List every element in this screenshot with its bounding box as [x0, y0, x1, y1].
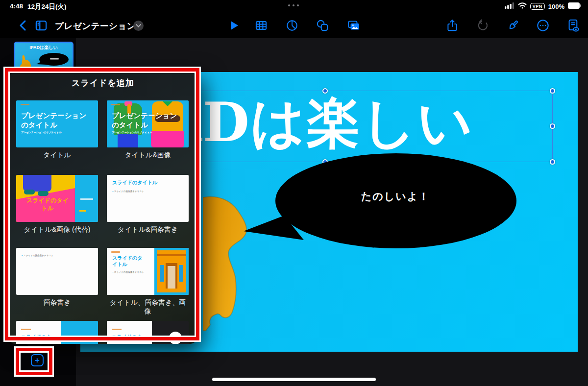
selection-handle-top[interactable]: [322, 88, 328, 94]
media-icon[interactable]: [347, 19, 361, 32]
date: 12月24日(火): [27, 2, 67, 11]
slide-navigator-icon[interactable]: [35, 19, 48, 32]
theme-micro-text: [80, 198, 93, 200]
clock: 4:48: [10, 2, 23, 10]
template-label: タイトル&箇条書き: [107, 225, 189, 234]
format-brush-icon[interactable]: [507, 19, 520, 32]
theme-micro-text: [21, 104, 29, 105]
toolbar: プレゼンテーション: [0, 13, 588, 38]
home-indicator[interactable]: [212, 378, 376, 381]
template-label: タイトル&画像: [107, 151, 189, 160]
speech-bubble-text[interactable]: たのしいよ！: [327, 190, 464, 203]
play-button[interactable]: [229, 20, 240, 31]
theme-micro-text: [21, 329, 31, 330]
chart-icon[interactable]: [286, 19, 298, 32]
template-label: 箇条書き: [16, 298, 98, 307]
template-partial-left[interactable]: スライドのタ: [16, 321, 98, 344]
popover-arrow: [25, 344, 43, 350]
presenter-notes-icon[interactable]: [567, 19, 580, 32]
template-title-bullets[interactable]: スライドのタイトル スライドの箇条書きテキスト タイトル&箇条書き: [107, 175, 189, 234]
battery-icon: [568, 2, 581, 11]
share-icon[interactable]: [446, 19, 459, 32]
theme-micro-text: [112, 329, 122, 330]
multitasking-dots-icon: [288, 4, 299, 6]
status-bar: 4:48 12月24日(火) VPN 100%: [0, 0, 588, 13]
more-icon[interactable]: [537, 19, 550, 32]
template-label: タイトル&画像 (代替): [16, 225, 98, 234]
vpn-badge: VPN: [530, 3, 545, 10]
template-title-image-alt[interactable]: スライドのタイトル タイトル&画像 (代替): [16, 175, 98, 234]
document-title: プレゼンテーション: [55, 20, 136, 32]
shapes-icon[interactable]: [316, 19, 329, 32]
selection-handle-bottom-right[interactable]: [550, 159, 555, 165]
slide-number: 1: [3, 96, 10, 103]
cellular-signal-icon: [505, 2, 514, 11]
table-icon[interactable]: [255, 19, 268, 32]
selection-handle-top-right[interactable]: [550, 88, 555, 94]
selection-handle-right[interactable]: [550, 123, 555, 129]
popover-title: スライドを追加: [10, 77, 196, 89]
keynote-app: 4:48 12月24日(火) VPN 100% プレゼンテーション: [0, 0, 588, 386]
undo-icon[interactable]: [476, 19, 489, 32]
back-icon[interactable]: [18, 20, 28, 31]
template-title-image[interactable]: プレゼンテーションのタイトル プレゼンテーションのサブタイトル タイトル&画像: [107, 100, 189, 160]
thumbnail-title: IPADは楽しい: [15, 45, 73, 51]
template-title-bullets-image[interactable]: スライドのタイトル スライドの箇条書きテキスト タイトル、箇条書き、画像: [107, 248, 189, 316]
thumbnail-bubble-icon: [34, 51, 70, 69]
template-partial-right[interactable]: スライドのタ: [107, 321, 189, 344]
add-slide-button[interactable]: +: [31, 354, 44, 366]
battery-percent: 100%: [548, 3, 564, 10]
template-label: タイトル: [16, 151, 98, 160]
theme-micro-text: [111, 251, 120, 253]
theme-micro-text: [111, 104, 120, 105]
template-title[interactable]: プレゼンテーションのタイトル プレゼンテーションのサブタイトル タイトル: [16, 100, 98, 160]
wifi-icon: [518, 2, 527, 11]
title-menu-button[interactable]: [133, 21, 144, 31]
add-slide-popover: スライドを追加 プレゼンテーションのタイトル プレゼンテーションのサブタイトル …: [10, 72, 196, 344]
template-label: タイトル、箇条書き、画像: [107, 298, 189, 316]
template-bullets[interactable]: スライドの箇条書きテキスト 箇条書き: [16, 248, 98, 307]
